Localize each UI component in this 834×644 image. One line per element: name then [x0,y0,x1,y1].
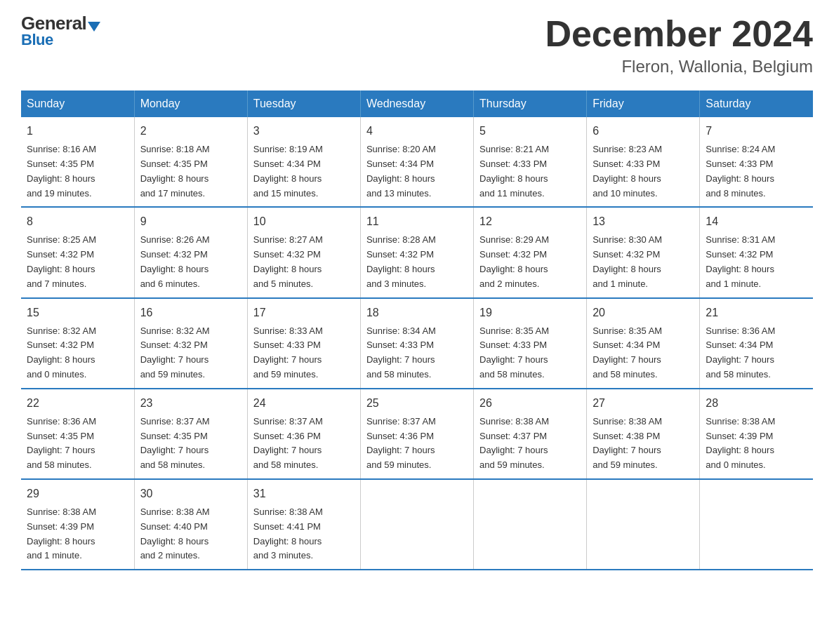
day-number: 27 [593,395,694,412]
day-number: 10 [253,213,355,230]
day-info: Sunrise: 8:31 AM Sunset: 4:32 PM Dayligh… [706,233,807,291]
day-info: Sunrise: 8:37 AM Sunset: 4:36 PM Dayligh… [253,415,355,473]
day-number: 29 [27,485,128,502]
day-number: 9 [140,213,241,230]
calendar-cell: 19Sunrise: 8:35 AM Sunset: 4:33 PM Dayli… [474,298,587,389]
calendar-cell: 24Sunrise: 8:37 AM Sunset: 4:36 PM Dayli… [247,389,360,479]
day-number: 12 [479,213,581,230]
title-area: December 2024 Fleron, Wallonia, Belgium [545,14,813,76]
calendar-cell [474,479,587,570]
day-info: Sunrise: 8:36 AM Sunset: 4:35 PM Dayligh… [27,415,128,473]
calendar-cell: 16Sunrise: 8:32 AM Sunset: 4:32 PM Dayli… [134,298,247,389]
day-number: 5 [479,123,581,140]
day-number: 19 [479,304,581,321]
day-info: Sunrise: 8:37 AM Sunset: 4:36 PM Dayligh… [366,415,468,473]
calendar-cell: 25Sunrise: 8:37 AM Sunset: 4:36 PM Dayli… [360,389,473,479]
day-number: 25 [366,395,468,412]
header-sunday: Sunday [21,90,134,117]
day-number: 15 [27,304,128,321]
day-info: Sunrise: 8:28 AM Sunset: 4:32 PM Dayligh… [366,233,468,291]
header-tuesday: Tuesday [247,90,360,117]
day-number: 23 [140,395,241,412]
day-info: Sunrise: 8:32 AM Sunset: 4:32 PM Dayligh… [27,324,128,382]
logo-line1: General [21,14,100,32]
calendar-cell: 15Sunrise: 8:32 AM Sunset: 4:32 PM Dayli… [21,298,134,389]
header-saturday: Saturday [700,90,813,117]
calendar-cell: 29Sunrise: 8:38 AM Sunset: 4:39 PM Dayli… [21,479,134,570]
header-monday: Monday [134,90,247,117]
calendar-cell: 2Sunrise: 8:18 AM Sunset: 4:35 PM Daylig… [134,117,247,207]
calendar-cell: 22Sunrise: 8:36 AM Sunset: 4:35 PM Dayli… [21,389,134,479]
calendar-cell: 27Sunrise: 8:38 AM Sunset: 4:38 PM Dayli… [587,389,700,479]
week-row-5: 29Sunrise: 8:38 AM Sunset: 4:39 PM Dayli… [21,479,813,570]
day-number: 7 [706,123,807,140]
calendar-cell [700,479,813,570]
calendar-cell: 17Sunrise: 8:33 AM Sunset: 4:33 PM Dayli… [247,298,360,389]
day-number: 21 [706,304,807,321]
day-info: Sunrise: 8:18 AM Sunset: 4:35 PM Dayligh… [140,142,241,201]
calendar-cell: 12Sunrise: 8:29 AM Sunset: 4:32 PM Dayli… [474,207,587,297]
calendar-cell: 31Sunrise: 8:38 AM Sunset: 4:41 PM Dayli… [247,479,360,570]
day-info: Sunrise: 8:33 AM Sunset: 4:33 PM Dayligh… [253,324,355,382]
header-wednesday: Wednesday [360,90,473,117]
header-friday: Friday [587,90,700,117]
day-number: 1 [27,123,128,140]
calendar-cell: 26Sunrise: 8:38 AM Sunset: 4:37 PM Dayli… [474,389,587,479]
week-row-1: 1Sunrise: 8:16 AM Sunset: 4:35 PM Daylig… [21,117,813,207]
day-info: Sunrise: 8:38 AM Sunset: 4:39 PM Dayligh… [27,505,128,563]
header-row: SundayMondayTuesdayWednesdayThursdayFrid… [21,90,813,117]
day-info: Sunrise: 8:35 AM Sunset: 4:34 PM Dayligh… [593,324,694,382]
calendar-cell [587,479,700,570]
day-info: Sunrise: 8:32 AM Sunset: 4:32 PM Dayligh… [140,324,241,382]
day-number: 28 [706,395,807,412]
calendar-cell: 3Sunrise: 8:19 AM Sunset: 4:34 PM Daylig… [247,117,360,207]
day-number: 6 [593,123,694,140]
day-number: 24 [253,395,355,412]
calendar-cell: 23Sunrise: 8:37 AM Sunset: 4:35 PM Dayli… [134,389,247,479]
day-info: Sunrise: 8:27 AM Sunset: 4:32 PM Dayligh… [253,233,355,291]
day-info: Sunrise: 8:26 AM Sunset: 4:32 PM Dayligh… [140,233,241,291]
week-row-4: 22Sunrise: 8:36 AM Sunset: 4:35 PM Dayli… [21,389,813,479]
header-thursday: Thursday [474,90,587,117]
day-info: Sunrise: 8:38 AM Sunset: 4:40 PM Dayligh… [140,505,241,563]
day-info: Sunrise: 8:38 AM Sunset: 4:41 PM Dayligh… [253,505,355,563]
calendar-header: SundayMondayTuesdayWednesdayThursdayFrid… [21,90,813,117]
calendar-cell: 18Sunrise: 8:34 AM Sunset: 4:33 PM Dayli… [360,298,473,389]
day-number: 18 [366,304,468,321]
day-info: Sunrise: 8:36 AM Sunset: 4:34 PM Dayligh… [706,324,807,382]
day-info: Sunrise: 8:25 AM Sunset: 4:32 PM Dayligh… [27,233,128,291]
week-row-3: 15Sunrise: 8:32 AM Sunset: 4:32 PM Dayli… [21,298,813,389]
calendar-body: 1Sunrise: 8:16 AM Sunset: 4:35 PM Daylig… [21,117,813,570]
page-header: General Blue December 2024 Fleron, Wallo… [21,14,813,76]
day-number: 13 [593,213,694,230]
day-info: Sunrise: 8:35 AM Sunset: 4:33 PM Dayligh… [479,324,581,382]
day-info: Sunrise: 8:19 AM Sunset: 4:34 PM Dayligh… [253,142,355,201]
calendar-cell: 11Sunrise: 8:28 AM Sunset: 4:32 PM Dayli… [360,207,473,297]
calendar-cell: 13Sunrise: 8:30 AM Sunset: 4:32 PM Dayli… [587,207,700,297]
day-info: Sunrise: 8:38 AM Sunset: 4:37 PM Dayligh… [479,415,581,473]
day-number: 30 [140,485,241,502]
day-number: 16 [140,304,241,321]
day-number: 3 [253,123,355,140]
month-title: December 2024 [545,14,813,54]
day-info: Sunrise: 8:21 AM Sunset: 4:33 PM Dayligh… [479,142,581,201]
logo-triangle-icon [88,22,100,32]
day-info: Sunrise: 8:37 AM Sunset: 4:35 PM Dayligh… [140,415,241,473]
day-info: Sunrise: 8:38 AM Sunset: 4:38 PM Dayligh… [593,415,694,473]
day-number: 26 [479,395,581,412]
day-info: Sunrise: 8:34 AM Sunset: 4:33 PM Dayligh… [366,324,468,382]
calendar-cell [360,479,473,570]
location-subtitle: Fleron, Wallonia, Belgium [545,57,813,76]
calendar-cell: 4Sunrise: 8:20 AM Sunset: 4:34 PM Daylig… [360,117,473,207]
day-info: Sunrise: 8:24 AM Sunset: 4:33 PM Dayligh… [706,142,807,201]
calendar-cell: 14Sunrise: 8:31 AM Sunset: 4:32 PM Dayli… [700,207,813,297]
calendar-cell: 6Sunrise: 8:23 AM Sunset: 4:33 PM Daylig… [587,117,700,207]
calendar-cell: 28Sunrise: 8:38 AM Sunset: 4:39 PM Dayli… [700,389,813,479]
calendar-table: SundayMondayTuesdayWednesdayThursdayFrid… [21,90,813,570]
day-number: 4 [366,123,468,140]
calendar-cell: 8Sunrise: 8:25 AM Sunset: 4:32 PM Daylig… [21,207,134,297]
calendar-cell: 1Sunrise: 8:16 AM Sunset: 4:35 PM Daylig… [21,117,134,207]
day-info: Sunrise: 8:16 AM Sunset: 4:35 PM Dayligh… [27,142,128,201]
week-row-2: 8Sunrise: 8:25 AM Sunset: 4:32 PM Daylig… [21,207,813,297]
calendar-cell: 9Sunrise: 8:26 AM Sunset: 4:32 PM Daylig… [134,207,247,297]
